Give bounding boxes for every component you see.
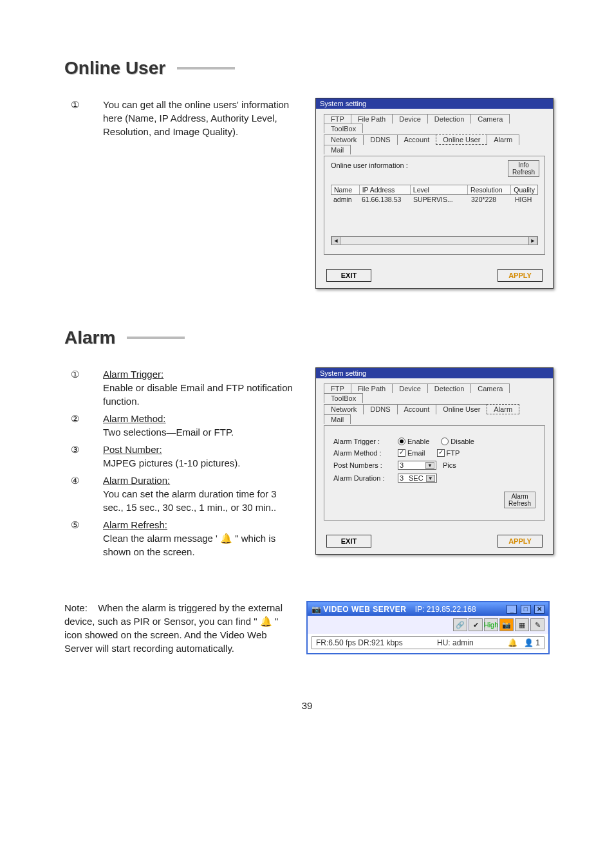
alarm-panel: Alarm Trigger : Enable Disable Alarm Met…	[324, 425, 545, 521]
label-trigger: Alarm Trigger :	[333, 438, 398, 445]
tab-toolbox[interactable]: ToolBox	[324, 393, 363, 403]
alarm-label: Alarm	[508, 493, 531, 500]
close-icon[interactable]: ✕	[534, 605, 544, 614]
page-number: 39	[64, 700, 550, 711]
tab-online-user[interactable]: Online User	[436, 134, 487, 145]
tab-detection[interactable]: Detection	[427, 383, 471, 393]
refresh-label: Refresh	[508, 500, 531, 507]
record-toggle-icon[interactable]: ✔	[469, 618, 483, 631]
tab-device[interactable]: Device	[392, 383, 428, 393]
post-number-select[interactable]: 3 ▼	[398, 461, 436, 470]
minimize-icon[interactable]: _	[507, 605, 517, 614]
scroll-right-icon[interactable]: ►	[528, 237, 537, 245]
alarm-dialog: System setting FTP File Path Device Dete…	[315, 367, 554, 555]
label-duration: Alarm Duration :	[333, 474, 398, 482]
apply-button[interactable]: APPLY	[498, 535, 543, 548]
tab-online-user[interactable]: Online User	[436, 404, 487, 414]
radio-enable[interactable]	[398, 438, 405, 445]
info-label: Info	[512, 162, 535, 169]
tab-camera[interactable]: Camera	[470, 114, 510, 124]
bullet-head: Alarm Method:	[103, 413, 166, 424]
col-name: Name	[331, 185, 360, 194]
apply-button[interactable]: APPLY	[498, 269, 543, 282]
tab-filepath[interactable]: File Path	[351, 383, 393, 393]
tab-alarm[interactable]: Alarm	[487, 134, 519, 145]
tab-ddns[interactable]: DDNS	[363, 404, 397, 414]
col-res: Resolution	[468, 185, 511, 194]
tabs-row-2: Network DDNS Account Online User Alarm M…	[324, 134, 545, 154]
col-level: Level	[411, 185, 468, 194]
maximize-icon[interactable]: □	[521, 605, 531, 614]
duration-select[interactable]: 3 SEC ▼	[398, 474, 437, 483]
panel-label: Online user information :	[331, 162, 408, 169]
tab-filepath[interactable]: File Path	[351, 114, 393, 124]
scroll-left-icon[interactable]: ◄	[331, 237, 340, 245]
dur-value: 3	[400, 474, 409, 482]
tab-network[interactable]: Network	[324, 134, 364, 145]
alarm-bell-icon: 🔔	[220, 533, 232, 544]
tab-network[interactable]: Network	[324, 404, 364, 414]
tab-alarm[interactable]: Alarm	[487, 404, 519, 414]
tab-account[interactable]: Account	[397, 134, 437, 145]
tab-account[interactable]: Account	[397, 404, 437, 414]
bullet-body: You can set the alarm duration time for …	[103, 488, 277, 513]
online-user-dialog: System setting FTP File Path Device Dete…	[315, 98, 554, 289]
dialog-title: System setting	[316, 98, 553, 109]
tab-ddns[interactable]: DDNS	[363, 134, 397, 145]
ip-label: IP: 219.85.22.168	[415, 605, 476, 614]
cell-name: admin	[331, 195, 359, 204]
tab-ftp[interactable]: FTP	[324, 114, 351, 124]
alarm-bell-icon: 🔔	[508, 638, 517, 647]
info-refresh-button[interactable]: Info Refresh	[508, 160, 539, 177]
vws-status-bar: FR:6.50 fps DR:921 kbps HU: admin 🔔 👤 1	[312, 636, 544, 649]
title-rule	[127, 337, 185, 339]
refresh-label: Refresh	[512, 169, 535, 176]
bullet-glyph: ①	[71, 367, 103, 408]
user-icon: 👤	[524, 638, 534, 647]
tab-detection[interactable]: Detection	[427, 114, 471, 124]
label-ftp: FTP	[447, 449, 460, 457]
post-value: 3	[400, 461, 423, 469]
chevron-down-icon: ▼	[426, 475, 435, 482]
exit-button[interactable]: EXIT	[326, 269, 371, 282]
alarm-bell-icon: 🔔	[260, 616, 272, 627]
horiz-scrollbar[interactable]: ◄ ►	[331, 236, 538, 245]
title-text: Alarm	[64, 328, 115, 348]
alarm-refresh-button[interactable]: Alarm Refresh	[504, 492, 535, 508]
snapshot-icon[interactable]: 📸	[499, 618, 514, 631]
col-quality: Quality	[511, 185, 537, 194]
tab-ftp[interactable]: FTP	[324, 383, 351, 393]
settings-icon[interactable]: ✎	[530, 618, 544, 631]
bullet-body-pre: Clean the alarm message '	[103, 533, 220, 544]
bullet-glyph: ②	[71, 412, 103, 439]
tabs-row-1: FTP File Path Device Detection Camera To…	[324, 114, 545, 133]
tab-mail[interactable]: Mail	[324, 145, 351, 154]
bullet-glyph: ⑤	[71, 518, 103, 559]
tab-mail[interactable]: Mail	[324, 414, 351, 424]
status-mid: HU: admin	[437, 638, 474, 647]
connect-icon[interactable]: 🔗	[453, 618, 467, 631]
status-left: FR:6.50 fps DR:921 kbps	[316, 638, 403, 647]
label-disable: Disable	[451, 438, 474, 445]
quality-high-button[interactable]: High	[484, 618, 498, 631]
online-user-panel: Online user information : Info Refresh N…	[324, 156, 545, 255]
tab-toolbox[interactable]: ToolBox	[324, 124, 363, 133]
tab-camera[interactable]: Camera	[470, 383, 510, 393]
label-method: Alarm Method :	[333, 449, 398, 457]
app-name: VIDEO WEB SERVER	[323, 605, 406, 614]
exit-button[interactable]: EXIT	[326, 535, 371, 548]
tabs-row-2: Network DDNS Account Online User Alarm M…	[324, 404, 545, 424]
label-pics: Pics	[443, 461, 456, 469]
table-row[interactable]: admin 61.66.138.53 SUPERVIS... 320*228 H…	[331, 195, 538, 204]
cell-res: 320*228	[469, 195, 512, 204]
tabs-row-1: FTP File Path Device Detection Camera To…	[324, 383, 545, 403]
bullet-body: MJPEG pictures (1-10 pictures).	[103, 457, 240, 468]
check-ftp[interactable]	[437, 449, 445, 457]
label-post: Post Numbers :	[333, 461, 398, 469]
tab-device[interactable]: Device	[392, 114, 428, 124]
bullet-head: Alarm Refresh:	[103, 519, 167, 530]
bullet-head: Alarm Duration:	[103, 475, 170, 486]
check-email[interactable]	[398, 449, 405, 457]
radio-disable[interactable]	[441, 438, 449, 445]
layout-icon[interactable]: ▦	[515, 618, 529, 631]
